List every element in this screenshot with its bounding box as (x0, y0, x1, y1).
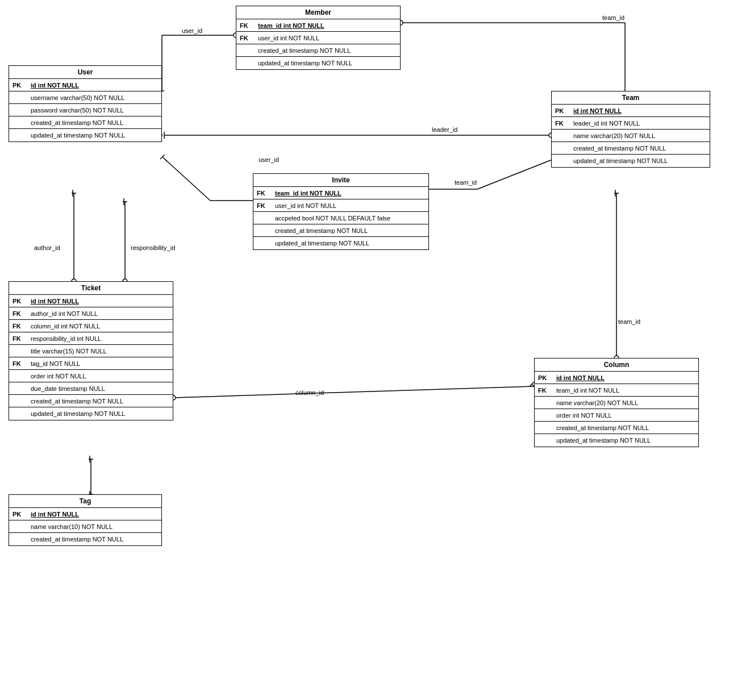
row-text: updated_at timestamp NOT NULL (31, 410, 125, 417)
row-text: id int NOT NULL (573, 107, 622, 114)
row-text: created_at timestamp NOT NULL (556, 424, 649, 431)
table-row: order int NOT NULL (9, 370, 173, 382)
table-row: PK id int NOT NULL (552, 105, 710, 117)
table-row: FK user_id int NOT NULL (236, 32, 400, 44)
row-text: team_id int NOT NULL (258, 22, 324, 29)
user-table: User PK id int NOT NULL username varchar… (9, 65, 162, 142)
table-row: FK user_id int NOT NULL (253, 199, 428, 212)
table-row: created_at timestamp NOT NULL (236, 44, 400, 57)
svg-text:team_id: team_id (602, 14, 624, 21)
svg-line-17 (160, 155, 165, 159)
table-row: PK id int NOT NULL (9, 295, 173, 307)
row-text: accpeted bool NOT NULL DEFAULT false (275, 215, 390, 222)
table-row: PK id int NOT NULL (9, 79, 161, 91)
member-table: Member FK team_id int NOT NULL FK user_i… (236, 6, 401, 70)
row-key: FK (13, 335, 28, 342)
table-row: created_at timestamp NOT NULL (9, 533, 161, 545)
row-text: order int NOT NULL (31, 373, 86, 380)
row-text: team_id int NOT NULL (556, 387, 619, 394)
row-text: id int NOT NULL (31, 82, 79, 89)
row-text: id int NOT NULL (556, 374, 605, 381)
row-key: PK (13, 82, 28, 89)
row-text: responsibility_id int NULL (31, 335, 101, 342)
table-row: created_at timestamp NOT NULL (9, 116, 161, 129)
table-row: username varchar(50) NOT NULL (9, 91, 161, 104)
table-row: FK tag_id NOT NULL (9, 357, 173, 370)
row-text: id int NOT NULL (31, 511, 79, 518)
svg-text:column_id: column_id (295, 389, 324, 396)
row-text: title varchar(15) NOT NULL (31, 348, 107, 355)
row-key: FK (13, 310, 28, 317)
row-key: FK (257, 202, 273, 209)
row-key: PK (13, 511, 28, 518)
row-key: FK (538, 387, 554, 394)
svg-text:responsibility_id: responsibility_id (131, 244, 175, 251)
column-table: Column PK id int NOT NULL FK team_id int… (534, 358, 699, 447)
table-row: FK responsibility_id int NULL (9, 332, 173, 345)
svg-text:author_id: author_id (34, 244, 60, 251)
table-row: updated_at timestamp NOT NULL (9, 407, 173, 420)
row-key: FK (257, 190, 273, 197)
table-row: updated_at timestamp NOT NULL (236, 57, 400, 69)
row-text: created_at timestamp NOT NULL (258, 47, 351, 54)
svg-text:leader_id: leader_id (432, 126, 457, 133)
table-row: FK team_id int NOT NULL (236, 19, 400, 32)
row-text: created_at timestamp NOT NULL (31, 398, 123, 405)
row-text: name varchar(20) NOT NULL (573, 132, 655, 139)
table-row: updated_at timestamp NOT NULL (552, 155, 710, 167)
row-text: team_id int NOT NULL (275, 190, 341, 197)
table-row: created_at timestamp NOT NULL (552, 142, 710, 155)
ticket-title: Ticket (9, 282, 173, 295)
ticket-table: Ticket PK id int NOT NULL FK author_id i… (9, 281, 173, 420)
svg-text:user_id: user_id (259, 156, 279, 163)
table-row: created_at timestamp NOT NULL (535, 422, 698, 434)
table-row: FK team_id int NOT NULL (253, 187, 428, 199)
table-row: title varchar(15) NOT NULL (9, 345, 173, 357)
row-text: author_id int NOT NULL (31, 310, 98, 317)
table-row: order int NOT NULL (535, 409, 698, 422)
row-text: created_at timestamp NOT NULL (573, 145, 666, 152)
row-key: FK (13, 323, 28, 330)
row-key: PK (13, 298, 28, 305)
svg-line-15 (165, 159, 210, 201)
table-row: FK leader_id int NOT NULL (552, 117, 710, 130)
row-key: PK (555, 107, 571, 114)
row-text: created_at timestamp NOT NULL (275, 227, 368, 234)
table-row: updated_at timestamp NOT NULL (9, 129, 161, 141)
row-key: FK (240, 22, 256, 29)
team-table: Team PK id int NOT NULL FK leader_id int… (551, 91, 710, 168)
table-row: FK team_id int NOT NULL (535, 384, 698, 397)
row-text: username varchar(50) NOT NULL (31, 94, 124, 101)
row-key: FK (555, 120, 571, 127)
row-key: FK (13, 360, 28, 367)
svg-text:team_id: team_id (455, 179, 477, 186)
row-text: column_id int NOT NULL (31, 323, 100, 330)
table-row: updated_at timestamp NOT NULL (253, 237, 428, 249)
tag-title: Tag (9, 495, 161, 508)
row-text: user_id int NOT NULL (258, 35, 319, 41)
row-text: name varchar(20) NOT NULL (556, 399, 638, 406)
table-row: updated_at timestamp NOT NULL (535, 434, 698, 447)
table-row: password varchar(50) NOT NULL (9, 104, 161, 116)
table-row: PK id int NOT NULL (535, 372, 698, 384)
row-text: user_id int NOT NULL (275, 202, 336, 209)
team-title: Team (552, 91, 710, 105)
row-text: name varchar(10) NOT NULL (31, 523, 113, 530)
table-row: FK column_id int NOT NULL (9, 320, 173, 332)
table-row: FK author_id int NOT NULL (9, 307, 173, 320)
svg-line-16 (163, 157, 167, 161)
user-title: User (9, 66, 161, 79)
row-text: created_at timestamp NOT NULL (31, 536, 123, 543)
svg-line-29 (173, 386, 534, 398)
table-row: PK id int NOT NULL (9, 508, 161, 520)
table-row: accpeted bool NOT NULL DEFAULT false (253, 212, 428, 224)
table-row: name varchar(10) NOT NULL (9, 520, 161, 533)
diagram-container: team_id user_id leader_id user_id team_i… (0, 0, 750, 700)
table-row: due_date timestamp NULL (9, 382, 173, 395)
svg-text:team_id: team_id (618, 318, 640, 325)
table-row: created_at timestamp NOT NULL (9, 395, 173, 407)
row-text: updated_at timestamp NOT NULL (275, 240, 369, 247)
svg-text:user_id: user_id (182, 27, 202, 34)
row-text: updated_at timestamp NOT NULL (556, 437, 651, 444)
row-text: updated_at timestamp NOT NULL (31, 132, 125, 139)
